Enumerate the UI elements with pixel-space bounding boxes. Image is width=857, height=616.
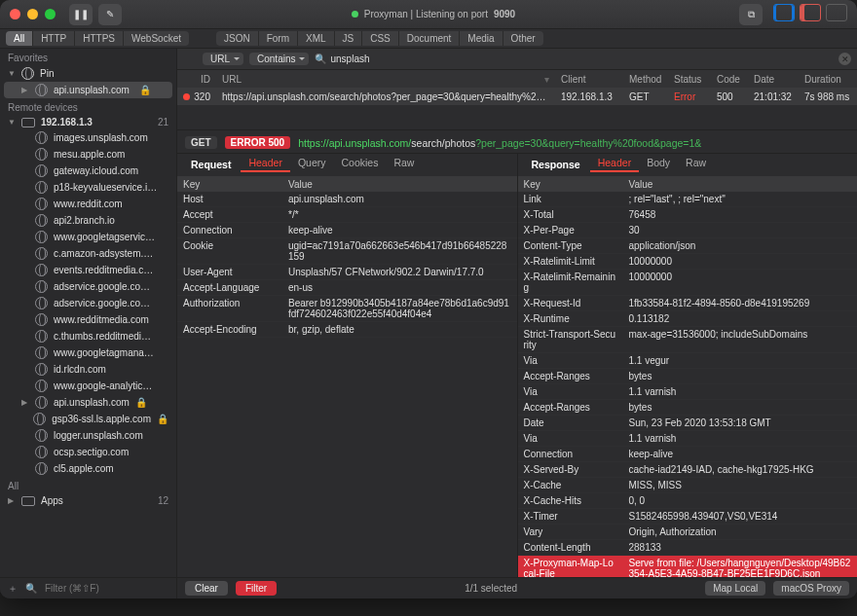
- content-segment[interactable]: JSONFormXMLJSCSSDocumentMediaOther: [216, 31, 543, 46]
- proto-filter-websocket[interactable]: WebSocket: [124, 31, 189, 46]
- header-row[interactable]: Accept-Languageen-us: [177, 280, 517, 296]
- header-row[interactable]: Cookieugid=ac7191a70a662663e546b417d91b6…: [177, 238, 517, 265]
- column-select[interactable]: URL: [203, 53, 243, 65]
- proto-filter-http[interactable]: HTTP: [33, 31, 75, 46]
- content-filter-other[interactable]: Other: [503, 31, 543, 46]
- header-row[interactable]: X-TimerS1582465998.439407,VS0,VE314: [518, 509, 858, 525]
- sidebar-host[interactable]: adservice.google.co…: [0, 278, 176, 295]
- header-row[interactable]: X-Cache-Hits0, 0: [518, 493, 858, 509]
- sidebar-pin-host[interactable]: ▶ api.unsplash.com 🔒: [4, 82, 172, 98]
- tab-cookies[interactable]: Cookies: [333, 155, 386, 172]
- header-row[interactable]: Accept-Rangesbytes: [518, 400, 858, 416]
- layout-bottom-icon[interactable]: [826, 4, 847, 21]
- header-row[interactable]: X-Ratelimit-Remaining10000000: [518, 270, 858, 296]
- header-row[interactable]: X-Served-Bycache-iad2149-IAD, cache-hkg1…: [518, 462, 858, 478]
- header-row[interactable]: Strict-Transport-Securitymax-age=3153600…: [518, 327, 858, 353]
- header-row[interactable]: Content-Typeapplication/json: [518, 238, 858, 254]
- sidebar-host[interactable]: c.thumbs.redditmedi…: [0, 328, 176, 344]
- protocol-segment[interactable]: AllHTTPHTTPSWebSocket: [6, 31, 189, 46]
- sidebar-filter-input[interactable]: [45, 583, 168, 594]
- sidebar-host[interactable]: mesu.apple.com: [0, 146, 176, 163]
- content-filter-document[interactable]: Document: [399, 31, 461, 46]
- layout-right-icon[interactable]: [800, 4, 821, 21]
- sidebar-host[interactable]: gateway.icloud.com: [0, 163, 176, 179]
- sidebar-host[interactable]: cl5.apple.com: [0, 460, 176, 477]
- header-row[interactable]: DateSun, 23 Feb 2020 13:53:18 GMT: [518, 416, 858, 431]
- pause-button[interactable]: ❚❚: [69, 4, 93, 25]
- new-window-button[interactable]: ⧉: [739, 4, 763, 25]
- content-filter-json[interactable]: JSON: [216, 31, 259, 46]
- sidebar-host[interactable]: images.unsplash.com: [0, 129, 176, 146]
- request-table-header[interactable]: ID URL ▾ Client Method Status Code Date …: [177, 70, 857, 88]
- compose-button[interactable]: ✎: [98, 4, 122, 25]
- clear-search-button[interactable]: ✕: [838, 53, 851, 65]
- header-row[interactable]: Via1.1 vegur: [518, 353, 858, 369]
- header-row[interactable]: X-Runtime0.113182: [518, 311, 858, 327]
- sidebar-host[interactable]: c.amazon-adsystem.…: [0, 245, 176, 262]
- sidebar-host[interactable]: gsp36-ssl.ls.apple.com 🔒: [0, 411, 176, 427]
- header-row[interactable]: X-Ratelimit-Limit10000000: [518, 254, 858, 270]
- content-filter-form[interactable]: Form: [259, 31, 298, 46]
- header-row[interactable]: Via1.1 varnish: [518, 384, 858, 400]
- header-row[interactable]: Connectionkeep-alive: [518, 447, 858, 462]
- sidebar-pin-row[interactable]: ▼ Pin: [0, 65, 176, 82]
- header-row[interactable]: User-AgentUnsplash/57 CFNetwork/902.2 Da…: [177, 265, 517, 280]
- sidebar-host[interactable]: www.reddit.com: [0, 196, 176, 212]
- operator-select[interactable]: Contains: [249, 53, 309, 65]
- content-filter-js[interactable]: JS: [335, 31, 363, 46]
- sidebar-host[interactable]: www.redditmedia.com: [0, 311, 176, 328]
- proto-filter-all[interactable]: All: [6, 31, 33, 46]
- sidebar-apps-row[interactable]: ▶ Apps 12: [0, 493, 176, 508]
- traffic-lights[interactable]: [10, 9, 56, 19]
- tab-query[interactable]: Query: [290, 155, 334, 172]
- minimize-icon[interactable]: [27, 9, 38, 19]
- sidebar-host[interactable]: ▶api.unsplash.com 🔒: [0, 394, 176, 411]
- filter-button[interactable]: Filter: [236, 581, 277, 596]
- header-row[interactable]: AuthorizationBearer b912990b3405b4187a84…: [177, 296, 517, 322]
- sidebar-host[interactable]: api2.branch.io: [0, 212, 176, 229]
- tab-raw[interactable]: Raw: [678, 155, 714, 172]
- sidebar-host[interactable]: id.rlcdn.com: [0, 361, 176, 378]
- close-icon[interactable]: [10, 9, 20, 19]
- header-row[interactable]: Accept-Rangesbytes: [518, 369, 858, 384]
- header-row[interactable]: X-Proxyman-Map-Local-FileServe from file…: [518, 556, 858, 577]
- header-row[interactable]: Connectionkeep-alive: [177, 223, 517, 238]
- zoom-icon[interactable]: [45, 9, 56, 19]
- sidebar-host[interactable]: www.googletagmana…: [0, 344, 176, 361]
- tab-raw[interactable]: Raw: [386, 155, 422, 172]
- sidebar-host[interactable]: p18-keyvalueservice.i…: [0, 179, 176, 196]
- map-local-chip[interactable]: Map Local: [705, 581, 765, 596]
- header-row[interactable]: Content-Length288133: [518, 540, 858, 556]
- content-filter-xml[interactable]: XML: [298, 31, 335, 46]
- tab-body[interactable]: Body: [639, 155, 678, 172]
- clear-button[interactable]: Clear: [185, 581, 228, 596]
- header-row[interactable]: Link; rel="last", ; rel="next": [518, 192, 858, 207]
- proto-filter-https[interactable]: HTTPS: [75, 31, 124, 46]
- header-row[interactable]: VaryOrigin, Authorization: [518, 525, 858, 540]
- sidebar-host[interactable]: ocsp.sectigo.com: [0, 444, 176, 460]
- header-row[interactable]: X-Request-Id1fb33584-81f2-4894-8560-d8e4…: [518, 296, 858, 311]
- sidebar-host[interactable]: www.google-analytic…: [0, 378, 176, 394]
- sidebar-host[interactable]: adservice.google.co…: [0, 295, 176, 311]
- search-field[interactable]: 🔍: [315, 54, 833, 64]
- header-row[interactable]: X-CacheMISS, MISS: [518, 478, 858, 493]
- sidebar-device-row[interactable]: ▼ 192.168.1.3 21: [0, 115, 176, 129]
- header-row[interactable]: Via1.1 varnish: [518, 431, 858, 447]
- content-filter-css[interactable]: CSS: [362, 31, 399, 46]
- search-input[interactable]: [330, 54, 833, 64]
- tab-header[interactable]: Header: [241, 155, 289, 172]
- layout-left-icon[interactable]: [773, 4, 795, 21]
- request-row[interactable]: 320 https://api.unsplash.com/search/phot…: [177, 88, 857, 105]
- macos-proxy-chip[interactable]: macOS Proxy: [773, 581, 849, 596]
- sidebar-host[interactable]: www.googletagservic…: [0, 229, 176, 245]
- header-row[interactable]: X-Total76458: [518, 207, 858, 223]
- header-row[interactable]: X-Per-Page30: [518, 223, 858, 238]
- content-filter-media[interactable]: Media: [460, 31, 503, 46]
- header-row[interactable]: Hostapi.unsplash.com: [177, 192, 517, 207]
- add-button[interactable]: ＋: [8, 582, 18, 596]
- tab-header[interactable]: Header: [590, 155, 639, 172]
- header-row[interactable]: Accept*/*: [177, 207, 517, 223]
- sidebar-host[interactable]: events.redditmedia.c…: [0, 262, 176, 278]
- header-row[interactable]: Accept-Encodingbr, gzip, deflate: [177, 322, 517, 338]
- sidebar-host[interactable]: logger.unsplash.com: [0, 427, 176, 444]
